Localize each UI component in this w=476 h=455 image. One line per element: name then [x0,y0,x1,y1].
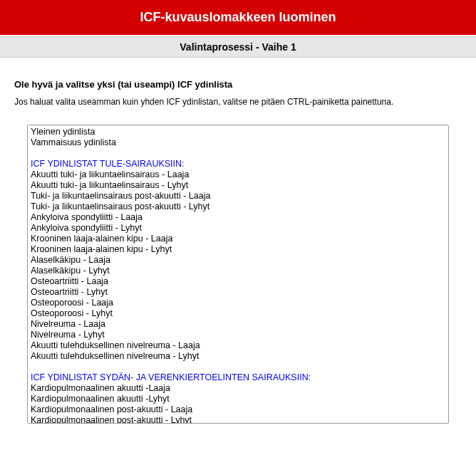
list-item[interactable]: Ankyloiva spondyliitti - Lyhyt [29,223,447,234]
list-item[interactable]: Kardiopulmonaalinen post-akuutti - Laaja [29,404,447,415]
list-item[interactable]: Akuutti tuki- ja liikuntaelinsairaus - L… [29,180,447,191]
list-item[interactable]: Krooninen laaja-alainen kipu - Lyhyt [29,244,447,255]
list-item[interactable]: Osteoartriitti - Laaja [29,276,447,287]
list-item[interactable]: Vammaisuus ydinlista [29,137,447,148]
step-subheader: Valintaprosessi - Vaihe 1 [0,36,476,58]
page-title: ICF-kuvauslomakkeen luominen [140,10,336,24]
list-item[interactable]: Nivelreuma - Lyhyt [29,330,447,340]
list-blank [29,362,447,372]
list-group-header: ICF YDINLISTAT SYDÄN- JA VERENKIERTOELIN… [29,372,447,383]
list-container: Yleinen ydinlistaVammaisuus ydinlista IC… [27,125,449,424]
content-area: Ole hyvä ja valitse yksi (tai useampi) I… [0,58,476,431]
selection-prompt: Ole hyvä ja valitse yksi (tai useampi) I… [14,79,462,90]
list-item[interactable]: Krooninen laaja-alainen kipu - Laaja [29,234,447,244]
list-item[interactable]: Kardiopulmonaalinen akuutti -Lyhyt [29,394,447,404]
list-item[interactable]: Akuutti tulehduksellinen nivelreuma - Ly… [29,351,447,362]
list-group-header: ICF YDINLISTAT TULE-SAIRAUKSIIN: [29,159,447,169]
list-item[interactable]: Nivelreuma - Laaja [29,319,447,330]
list-item[interactable]: Akuutti tuki- ja liikuntaelinsairaus - L… [29,169,447,180]
selection-hint: Jos haluat valita useamman kuin yhden IC… [14,97,462,107]
page-header: ICF-kuvauslomakkeen luominen [0,0,476,35]
list-item[interactable]: Alaselkäkipu - Laaja [29,255,447,266]
list-item[interactable]: Kardiopulmonaalinen post-akuutti - Lyhyt [29,415,447,424]
list-item[interactable]: Osteoartriitti - Lyhyt [29,287,447,298]
list-item[interactable]: Tuki- ja liikuntaelinsairaus post-akuutt… [29,191,447,202]
list-item[interactable]: Osteoporoosi - Lyhyt [29,308,447,319]
list-item[interactable]: Yleinen ydinlista [29,127,447,137]
core-set-select[interactable]: Yleinen ydinlistaVammaisuus ydinlista IC… [27,125,449,424]
list-blank [29,148,447,159]
list-item[interactable]: Akuutti tulehduksellinen nivelreuma - La… [29,340,447,351]
list-item[interactable]: Osteoporoosi - Laaja [29,298,447,308]
list-item[interactable]: Kardiopulmonaalinen akuutti -Laaja [29,383,447,394]
step-label: Valintaprosessi - Vaihe 1 [180,41,296,53]
list-item[interactable]: Alaselkäkipu - Lyhyt [29,266,447,276]
list-item[interactable]: Tuki- ja liikuntaelinsairaus post-akuutt… [29,202,447,212]
list-item[interactable]: Ankyloiva spondyliitti - Laaja [29,212,447,223]
